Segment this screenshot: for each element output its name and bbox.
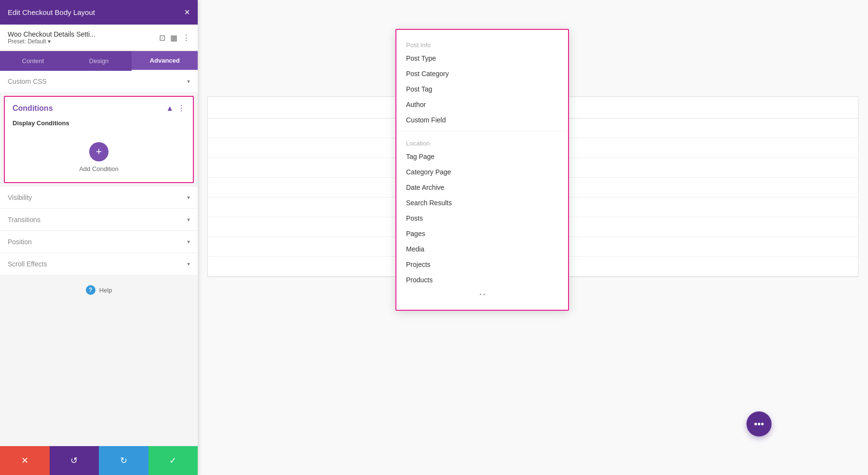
location-group-label: Location [396, 136, 568, 149]
position-chevron-icon: ▾ [187, 238, 190, 245]
dropdown-item-posts[interactable]: Posts [396, 211, 568, 226]
dropdown-item-custom-field[interactable]: Custom Field [396, 112, 568, 128]
preset-chevron-icon: ▾ [48, 38, 51, 45]
dropdown-item-pages[interactable]: Pages [396, 226, 568, 241]
scroll-effects-label: Scroll Effects [8, 260, 47, 268]
add-condition-area[interactable]: + Add Condition [5, 132, 193, 182]
visibility-header[interactable]: Visibility ▾ [0, 187, 198, 208]
scroll-effects-header[interactable]: Scroll Effects ▾ [0, 253, 198, 275]
add-condition-label: Add Condition [79, 165, 119, 172]
tab-design[interactable]: Design [66, 51, 132, 71]
position-section: Position ▾ [0, 231, 198, 252]
right-content: Post Info Post Type Post Category Post T… [198, 0, 868, 475]
custom-css-header[interactable]: Custom CSS ▾ [0, 71, 198, 92]
scroll-effects-chevron-icon: ▾ [187, 261, 190, 267]
dropdown-item-category-page[interactable]: Category Page [396, 164, 568, 180]
settings-title-area: Woo Checkout Details Setti... Preset: De… [8, 30, 95, 45]
layout-icon-button[interactable]: ▦ [170, 33, 177, 42]
settings-title: Woo Checkout Details Setti... [8, 30, 95, 38]
resize-icon-button[interactable]: ⊡ [159, 33, 165, 42]
redo-button[interactable]: ↻ [99, 446, 149, 475]
fab-dots-icon: ••• [754, 419, 764, 430]
bottom-toolbar: ✕ ↺ ↻ ✓ [0, 446, 198, 475]
visibility-label: Visibility [8, 194, 32, 201]
title-bar-text: Edit Checkout Body Layout [8, 8, 95, 16]
custom-css-label: Custom CSS [8, 78, 47, 85]
transitions-section: Transitions ▾ [0, 209, 198, 230]
help-area[interactable]: ? Help [0, 276, 198, 304]
dropdown-divider [396, 132, 568, 132]
cancel-button[interactable]: ✕ [0, 446, 50, 475]
more-options-button[interactable]: ⋮ [182, 33, 190, 42]
close-button[interactable]: × [184, 7, 190, 18]
panel-content: Custom CSS ▾ Conditions ▲ ⋮ Display Cond… [0, 71, 198, 446]
preset-selector[interactable]: Preset: Default ▾ [8, 38, 95, 45]
condition-dropdown: Post Info Post Type Post Category Post T… [395, 29, 569, 311]
dropdown-item-tag-page[interactable]: Tag Page [396, 149, 568, 164]
conditions-more-button[interactable]: ⋮ [177, 104, 185, 113]
scroll-effects-section: Scroll Effects ▾ [0, 253, 198, 275]
dropdown-more-dots: • • [396, 288, 568, 302]
help-label: Help [99, 287, 112, 294]
dropdown-item-post-tag[interactable]: Post Tag [396, 81, 568, 97]
settings-header: Woo Checkout Details Setti... Preset: De… [0, 25, 198, 51]
transitions-chevron-icon: ▾ [187, 216, 190, 223]
location-group: Location Tag Page Category Page Date Arc… [396, 136, 568, 288]
title-bar: Edit Checkout Body Layout × [0, 0, 198, 25]
dropdown-item-author[interactable]: Author [396, 97, 568, 112]
tab-content[interactable]: Content [0, 51, 66, 71]
display-conditions-label: Display Conditions [5, 119, 193, 132]
dropdown-item-products[interactable]: Products [396, 272, 568, 288]
dropdown-item-post-type[interactable]: Post Type [396, 51, 568, 66]
tabs-bar: Content Design Advanced [0, 51, 198, 71]
help-icon: ? [86, 285, 95, 295]
post-info-group-label: Post Info [396, 38, 568, 51]
conditions-title: Conditions [13, 104, 53, 113]
conditions-collapse-button[interactable]: ▲ [166, 104, 174, 113]
transitions-label: Transitions [8, 216, 41, 224]
transitions-header[interactable]: Transitions ▾ [0, 209, 198, 230]
conditions-header: Conditions ▲ ⋮ [5, 97, 193, 119]
dropdown-item-search-results[interactable]: Search Results [396, 195, 568, 211]
visibility-section: Visibility ▾ [0, 187, 198, 208]
position-label: Position [8, 238, 32, 246]
tab-advanced[interactable]: Advanced [132, 51, 198, 71]
visibility-chevron-icon: ▾ [187, 194, 190, 201]
fab-button[interactable]: ••• [746, 411, 772, 436]
position-header[interactable]: Position ▾ [0, 231, 198, 252]
dropdown-item-date-archive[interactable]: Date Archive [396, 180, 568, 195]
custom-css-section: Custom CSS ▾ [0, 71, 198, 92]
add-condition-button[interactable]: + [89, 142, 108, 161]
undo-button[interactable]: ↺ [50, 446, 99, 475]
conditions-section: Conditions ▲ ⋮ Display Conditions + Add … [4, 96, 194, 183]
settings-icons: ⊡ ▦ ⋮ [159, 33, 190, 42]
post-info-group: Post Info Post Type Post Category Post T… [396, 38, 568, 128]
conditions-controls: ▲ ⋮ [166, 104, 185, 113]
custom-css-chevron-icon: ▾ [187, 78, 190, 85]
dropdown-item-post-category[interactable]: Post Category [396, 66, 568, 81]
dropdown-item-media[interactable]: Media [396, 241, 568, 257]
save-button[interactable]: ✓ [149, 446, 198, 475]
dropdown-item-projects[interactable]: Projects [396, 257, 568, 272]
